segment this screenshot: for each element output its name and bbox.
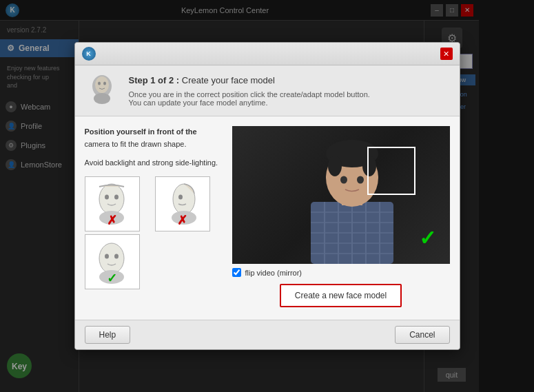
wrong-mark-1: ✗ [107,213,117,228]
step-instruction1: Once you are in the correct position cli… [129,90,370,99]
dialog-instructions: Position yourself in front of the camera… [85,126,223,310]
pose-examples: ✗ ✗ [85,176,223,289]
svg-point-35 [357,176,364,184]
svg-point-5 [103,82,106,85]
pose-correct: ✓ [85,234,140,289]
dialog-titlebar: K ✕ [75,43,460,65]
step-title-container: Step 1 of 2 : Create your face model Onc… [129,74,370,106]
svg-point-14 [99,243,124,274]
svg-point-16 [114,254,119,258]
avoid-text: Avoid backlight and strong side-lighting… [85,157,223,169]
svg-point-8 [105,194,109,199]
face-model-dialog: K ✕ Step 1 of 2 : Create your [74,42,460,350]
svg-point-34 [340,176,347,184]
svg-point-7 [99,184,124,214]
flip-label: flip video (mirror) [245,269,302,277]
right-mark: ✓ [107,271,117,286]
svg-point-32 [328,156,342,176]
flip-row: flip video (mirror) [232,264,450,281]
step-label: Step 1 of 2 : Create your face model [129,74,370,87]
camera-feed: ✓ [232,126,450,264]
pose-wrong-1: ✗ [85,176,140,231]
svg-point-3 [95,76,109,93]
create-face-model-button[interactable]: Create a new face model [280,284,402,307]
help-button[interactable]: Help [85,326,131,344]
svg-point-12 [178,194,183,199]
dialog-close-button[interactable]: ✕ [440,48,453,60]
position-text: Position yourself in front of the camera… [85,126,223,150]
detection-checkmark: ✓ [419,226,436,250]
cancel-button[interactable]: Cancel [395,326,449,344]
pose-wrong-2: ✗ [155,176,210,231]
dialog-overlay: K ✕ Step 1 of 2 : Create your [0,0,534,392]
camera-section: ✓ flip video (mirror) Create a new face … [232,126,450,310]
step-instruction2: You can update your face model anytime. [129,99,370,107]
dialog-footer: Help Cancel [75,320,460,349]
wrong-mark-2: ✗ [177,213,187,228]
svg-point-4 [98,82,101,85]
step-avatar [85,72,119,109]
step-header: Step 1 of 2 : Create your face model Onc… [75,65,460,116]
svg-point-6 [94,93,110,104]
dialog-logo: K [82,47,96,61]
create-btn-container: Create a new face model [232,281,450,310]
face-detection-box [367,147,415,195]
svg-point-9 [114,194,119,199]
dialog-body: Position yourself in front of the camera… [75,116,460,320]
flip-checkbox[interactable] [232,268,241,277]
svg-point-15 [105,254,109,258]
